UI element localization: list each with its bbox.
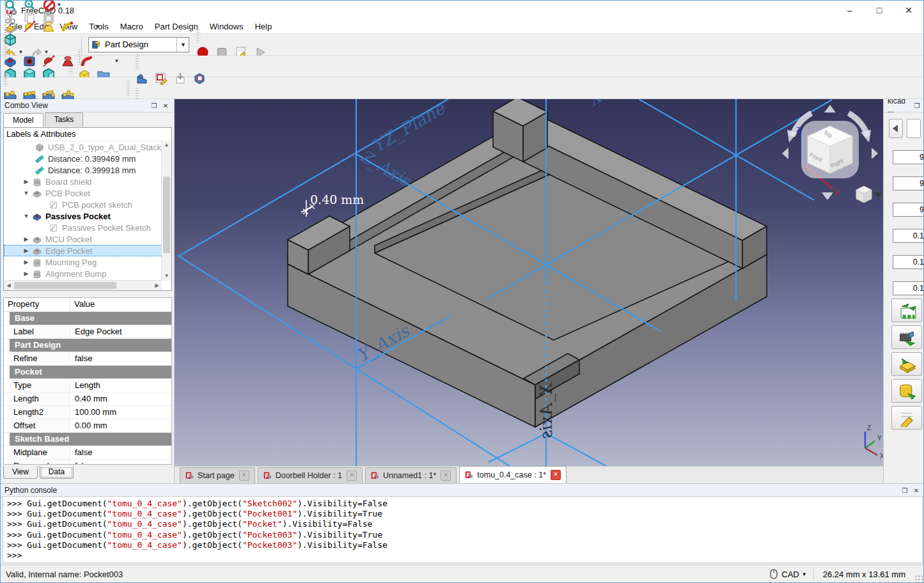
property-row-label[interactable]: LabelEdge Pocket: [4, 325, 171, 339]
close-tab-icon[interactable]: ✕: [347, 470, 357, 481]
float-panel-icon[interactable]: ❐: [900, 486, 909, 495]
tree-item-board-shield[interactable]: ▶Board shield: [4, 176, 171, 187]
property-value[interactable]: 100.00 mm: [70, 406, 171, 419]
property-row-length[interactable]: Length0.40 mm: [4, 393, 171, 406]
property-value[interactable]: false: [70, 446, 171, 459]
property-row-type[interactable]: TypeLength: [4, 379, 171, 393]
tree-vertical-scrollbar[interactable]: ▲ ▼: [161, 141, 171, 281]
property-row-offset[interactable]: Offset0.00 mm: [4, 419, 171, 433]
tab-tasks[interactable]: Tasks: [45, 113, 84, 127]
toolbar-grip[interactable]: [3, 71, 8, 86]
kicad-blank-button[interactable]: [907, 119, 921, 138]
ic-export-button[interactable]: [891, 325, 922, 349]
toolbar-grip[interactable]: [3, 2, 8, 17]
document-tab-tomu-0-4-case-1-[interactable]: tomu_0.4_case : 1*✕: [459, 466, 567, 483]
cube-mini-cube-icon[interactable]: [856, 186, 872, 203]
chevron-right-icon[interactable]: ▶: [20, 236, 32, 242]
kicad-back-button[interactable]: [889, 119, 903, 138]
document-tab-doorbell-holder-1[interactable]: Doorbell Holder : 1✕: [258, 467, 363, 483]
add-pipe-button[interactable]: [58, 17, 77, 36]
sub-pipe-button[interactable]: [77, 52, 97, 71]
tab-model[interactable]: Model: [3, 113, 43, 127]
scroll-up-icon[interactable]: ▲: [162, 141, 171, 150]
toolbar-grip[interactable]: [135, 54, 139, 69]
close-tab-icon[interactable]: ✕: [239, 470, 249, 481]
property-value[interactable]: 0.00 mm: [70, 419, 171, 432]
close-button[interactable]: ✕: [894, 1, 923, 20]
pocket-button[interactable]: [1, 52, 20, 71]
resize-grip[interactable]: [914, 575, 923, 583]
3d-viewport[interactable]: YZ_Plane Z_Axis Y_Axis X_Axis XY_Plane 0…: [175, 99, 883, 466]
python-console-output[interactable]: >>> Gui.getDocument("tomu_0_4_case").get…: [3, 496, 923, 563]
sub-prim-button[interactable]: ▼: [97, 52, 122, 71]
tree-item-passives-pocket-sketch[interactable]: Passives Pocket Sketch: [4, 222, 171, 233]
box-export-button[interactable]: [891, 352, 922, 376]
tree-item-edge-pocket[interactable]: ▶Edge Pocket: [4, 245, 171, 256]
float-panel-icon[interactable]: ❐: [150, 101, 159, 110]
tab-view[interactable]: View: [3, 466, 38, 479]
tree-item-mounting-peg[interactable]: ▶Mounting Peg: [4, 256, 171, 268]
close-tab-icon[interactable]: ✕: [441, 470, 451, 481]
kicad-field-4[interactable]: [893, 255, 924, 269]
document-tab-start-page[interactable]: Start page✕: [180, 467, 255, 483]
tree-item-alignment-bump[interactable]: ▶Alignment Bump: [4, 268, 171, 279]
property-value[interactable]: Length: [70, 379, 171, 392]
revolution-button[interactable]: [20, 17, 39, 36]
tree-item-pcb-pocket[interactable]: ▼PCB Pocket: [4, 187, 171, 199]
document-tab-unnamed1-1-[interactable]: Unnamed1 : 1*✕: [365, 467, 457, 483]
kicad-field-5[interactable]: [893, 281, 924, 295]
sub-loft-button[interactable]: [58, 52, 77, 71]
toolbar-grip[interactable]: [196, 27, 200, 43]
property-row-refine[interactable]: Refinefalse: [4, 352, 171, 366]
tree-item-mcu-pocket[interactable]: ▶MCU Pocket: [4, 233, 171, 245]
tree-item-distance-0-399918-mm[interactable]: Distance: 0.399918 mm: [4, 164, 171, 176]
scrollbar-thumb[interactable]: [14, 282, 116, 289]
pad-button[interactable]: [1, 17, 20, 36]
scrollbar-thumb[interactable]: [163, 176, 170, 253]
property-row-reversed[interactable]: Reversedfalse: [4, 460, 171, 465]
chevron-down-icon[interactable]: ▼: [20, 190, 32, 196]
property-value[interactable]: Edge Pocket: [70, 325, 171, 338]
tree-horizontal-scrollbar[interactable]: ◀ ▶: [4, 280, 162, 290]
body-button[interactable]: [132, 69, 152, 88]
kicad-field-3[interactable]: [893, 229, 924, 243]
close-panel-icon[interactable]: ✕: [161, 101, 170, 110]
tree-item-distance-0-399469-mm[interactable]: Distance: 0.399469 mm: [4, 153, 171, 164]
scroll-down-icon[interactable]: ▼: [162, 272, 171, 281]
kicad-field-2[interactable]: [893, 203, 924, 217]
toolbar-grip[interactable]: [3, 36, 8, 52]
chevron-right-icon[interactable]: ▶: [20, 178, 32, 185]
workbench-dropdown-icon[interactable]: ▼: [176, 38, 186, 52]
property-value[interactable]: false: [70, 352, 171, 365]
property-row-midplane[interactable]: Midplanefalse: [4, 446, 171, 460]
sketch-tools-button[interactable]: [190, 69, 209, 88]
kicad-field-1[interactable]: [893, 176, 924, 190]
minimize-button[interactable]: –: [835, 1, 865, 20]
dropdown-caret-icon[interactable]: ▼: [114, 58, 120, 64]
chevron-right-icon[interactable]: ▶: [20, 270, 32, 277]
add-prim-button[interactable]: ▼: [77, 17, 103, 36]
add-loft-button[interactable]: [39, 17, 58, 36]
float-panel-icon[interactable]: ❐: [913, 101, 921, 110]
tree-item-passives-pocket[interactable]: ▼Passives Pocket: [4, 210, 171, 222]
chevron-right-icon[interactable]: ▶: [20, 247, 32, 254]
navigation-style-selector[interactable]: CAD ▼: [763, 568, 813, 580]
close-panel-icon[interactable]: ✕: [912, 486, 921, 495]
tab-data[interactable]: Data: [40, 466, 74, 479]
close-tab-icon[interactable]: ✕: [551, 470, 561, 480]
pcb-export-button[interactable]: [891, 299, 922, 322]
kicad-field-0[interactable]: [893, 150, 924, 164]
groove-button[interactable]: [39, 52, 58, 71]
property-row-length2[interactable]: Length2100.00 mm: [4, 406, 171, 419]
tree-item-pcb-pocket-sketch[interactable]: PCB pocket sketch: [4, 199, 171, 210]
hole-button[interactable]: [20, 52, 39, 71]
edit-notes-button[interactable]: [891, 406, 922, 430]
chevron-right-icon[interactable]: ▶: [20, 259, 32, 265]
new-sketch-button[interactable]: [152, 69, 171, 88]
property-value[interactable]: 0.40 mm: [70, 393, 171, 405]
map-sketch-button[interactable]: [171, 69, 190, 88]
dropdown-caret-icon[interactable]: ▼: [95, 24, 100, 29]
toolbar-grip[interactable]: [126, 81, 130, 96]
scroll-left-icon[interactable]: ◀: [4, 281, 13, 290]
property-value[interactable]: false: [70, 460, 171, 465]
